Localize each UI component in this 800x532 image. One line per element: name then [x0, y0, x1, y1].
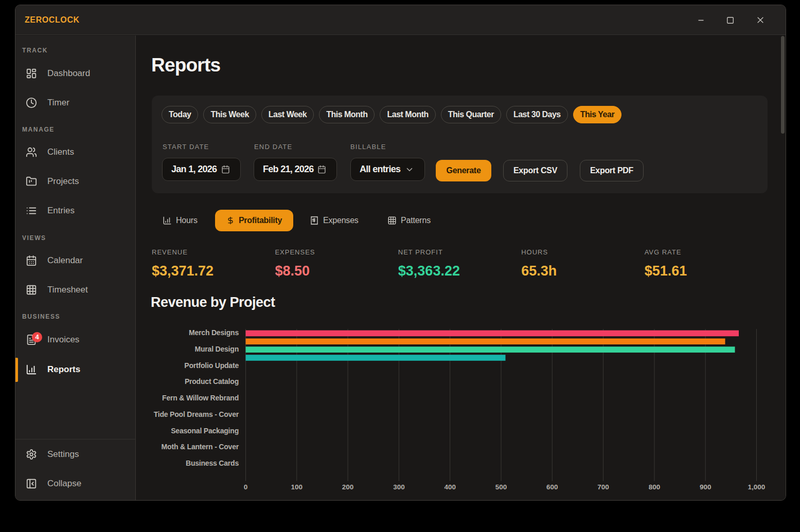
- svg-text:700: 700: [597, 483, 609, 491]
- svg-text:Seasonal Packaging: Seasonal Packaging: [171, 427, 239, 435]
- svg-text:Product Catalog: Product Catalog: [185, 377, 239, 386]
- svg-text:500: 500: [495, 483, 507, 491]
- svg-text:100: 100: [291, 483, 303, 491]
- svg-text:1,000: 1,000: [748, 483, 766, 491]
- svg-text:900: 900: [700, 483, 712, 491]
- svg-text:600: 600: [546, 483, 558, 491]
- svg-text:Moth & Lantern - Cover: Moth & Lantern - Cover: [162, 443, 239, 451]
- svg-text:Portfolio Update: Portfolio Update: [184, 361, 239, 370]
- svg-text:Merch Designs: Merch Designs: [189, 328, 239, 337]
- svg-text:Fern & Willow Rebrand: Fern & Willow Rebrand: [162, 394, 239, 402]
- svg-text:0: 0: [244, 483, 248, 491]
- svg-text:800: 800: [649, 483, 661, 491]
- svg-text:Mural Design: Mural Design: [194, 345, 239, 353]
- svg-text:Business Cards: Business Cards: [186, 459, 239, 467]
- svg-text:300: 300: [393, 483, 405, 491]
- svg-text:400: 400: [444, 483, 456, 491]
- svg-text:Tide Pool Dreams - Cover: Tide Pool Dreams - Cover: [154, 410, 239, 418]
- svg-text:200: 200: [342, 483, 354, 491]
